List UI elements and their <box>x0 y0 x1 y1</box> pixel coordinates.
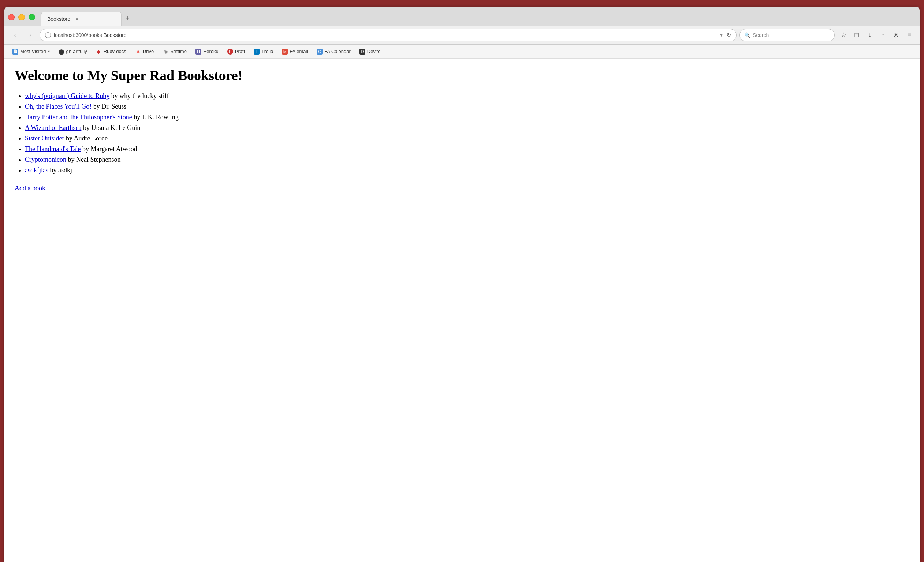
maximize-button[interactable] <box>28 14 35 21</box>
bookmark-label: FA email <box>290 49 308 54</box>
book-title-link[interactable]: Oh, the Places You'll Go! <box>25 103 92 110</box>
nav-bar: ‹ › i localhost:3000/books Bookstore ▼ ↻… <box>4 25 920 45</box>
book-author: by Dr. Seuss <box>92 103 126 110</box>
add-book-link[interactable]: Add a book <box>15 184 45 192</box>
browser-window: Bookstore × + ‹ › i localhost:3000/books… <box>4 7 920 562</box>
minimize-button[interactable] <box>18 14 25 21</box>
fa-email-icon: M <box>282 49 288 54</box>
bookmark-label: Trello <box>261 49 273 54</box>
home-button[interactable]: ⌂ <box>877 29 889 41</box>
address-bar[interactable]: i localhost:3000/books Bookstore ▼ ↻ <box>39 29 736 41</box>
list-item: why's (poignant) Guide to Ruby by why th… <box>25 92 909 100</box>
tab-close-button[interactable]: × <box>74 16 80 22</box>
forward-button[interactable]: › <box>24 29 37 41</box>
pratt-icon: P <box>227 49 233 54</box>
bookmark-label: gh-artfully <box>66 49 87 54</box>
back-button[interactable]: ‹ <box>9 29 21 41</box>
close-button[interactable] <box>8 14 15 21</box>
book-list: why's (poignant) Guide to Ruby by why th… <box>15 92 909 174</box>
search-bar[interactable]: 🔍 Search <box>740 29 835 41</box>
bookmark-fa-calendar[interactable]: C FA Calendar <box>313 47 354 56</box>
book-title-link[interactable]: Harry Potter and the Philosopher's Stone <box>25 114 132 121</box>
forward-icon: › <box>29 32 31 38</box>
book-author: by Neal Stephenson <box>66 156 120 163</box>
search-placeholder: Search <box>753 32 769 38</box>
book-title-link[interactable]: asdkfjlas <box>25 166 48 174</box>
list-item: asdkfjlas by asdkj <box>25 166 909 174</box>
bookmark-ruby-docs[interactable]: ◆ Ruby-docs <box>92 47 130 56</box>
new-tab-button[interactable]: + <box>122 12 133 24</box>
bookmarks-bar: 📄 Most Visited ▾ ⬤ gh-artfully ◆ Ruby-do… <box>4 45 920 58</box>
bookmark-gh-artfully[interactable]: ⬤ gh-artfully <box>55 47 91 56</box>
traffic-lights <box>8 14 35 25</box>
bookmark-label: Drive <box>143 49 154 54</box>
search-icon: 🔍 <box>744 32 750 38</box>
book-author: by why the lucky stiff <box>110 92 169 99</box>
bookmark-label: Most Visited <box>20 49 46 54</box>
page-heading: Welcome to My Super Rad Bookstore! <box>15 67 909 84</box>
book-author: by J. K. Rowling <box>132 114 178 121</box>
strftime-icon: ◉ <box>162 49 168 54</box>
book-author: by Audre Lorde <box>64 135 108 142</box>
refresh-button[interactable]: ↻ <box>726 31 731 38</box>
heroku-icon: H <box>195 49 201 54</box>
list-item: Cryptomonicon by Neal Stephenson <box>25 156 909 163</box>
book-author: by Ursula K. Le Guin <box>81 124 140 131</box>
bookmark-devto[interactable]: D Dev.to <box>356 47 384 56</box>
nav-icons: ☆ ⊟ ↓ ⌂ ⛨ ≡ <box>838 29 915 41</box>
shield-button[interactable]: ⛨ <box>890 29 902 41</box>
star-button[interactable]: ☆ <box>838 29 849 41</box>
bookmark-label: Ruby-docs <box>104 49 126 54</box>
bookmark-manager-button[interactable]: ⊟ <box>851 29 862 41</box>
bookmark-most-visited[interactable]: 📄 Most Visited ▾ <box>9 47 54 56</box>
tab-bar: Bookstore × + <box>41 12 916 25</box>
list-item: Oh, the Places You'll Go! by Dr. Seuss <box>25 103 909 111</box>
book-title-link[interactable]: A Wizard of Earthsea <box>25 124 81 131</box>
bookmark-pratt[interactable]: P Pratt <box>224 47 249 56</box>
ruby-icon: ◆ <box>96 49 102 54</box>
menu-button[interactable]: ≡ <box>903 29 915 41</box>
book-title-link[interactable]: Sister Outsider <box>25 135 64 142</box>
bookmark-fa-email[interactable]: M FA email <box>278 47 312 56</box>
bookmark-label: Heroku <box>203 49 219 54</box>
bookmark-label: FA Calendar <box>324 49 351 54</box>
info-icon: i <box>45 32 51 38</box>
active-tab[interactable]: Bookstore × <box>41 12 122 25</box>
trello-icon: T <box>254 49 260 54</box>
list-item: A Wizard of Earthsea by Ursula K. Le Gui… <box>25 124 909 132</box>
address-text: localhost:3000/books Bookstore <box>54 32 716 38</box>
download-button[interactable]: ↓ <box>864 29 876 41</box>
bookmark-heroku[interactable]: H Heroku <box>192 47 222 56</box>
address-page: Bookstore <box>104 32 127 38</box>
bookmark-label: Pratt <box>235 49 245 54</box>
bookmark-label: Dev.to <box>367 49 381 54</box>
bookmark-label: Strftime <box>170 49 187 54</box>
most-visited-icon: 📄 <box>12 49 18 54</box>
back-icon: ‹ <box>14 32 16 38</box>
book-author: by Margaret Atwood <box>81 145 137 153</box>
list-item: Harry Potter and the Philosopher's Stone… <box>25 114 909 121</box>
tab-title: Bookstore <box>47 16 70 22</box>
list-item: The Handmaid's Tale by Margaret Atwood <box>25 145 909 153</box>
drive-icon: 🔺 <box>135 49 141 54</box>
fa-calendar-icon: C <box>316 49 322 54</box>
address-url: localhost:3000/books <box>54 32 102 38</box>
bookmark-trello[interactable]: T Trello <box>250 47 277 56</box>
gh-icon: ⬤ <box>58 49 64 54</box>
book-title-link[interactable]: Cryptomonicon <box>25 156 66 163</box>
book-title-link[interactable]: The Handmaid's Tale <box>25 145 81 153</box>
address-dropdown-icon[interactable]: ▼ <box>719 33 723 37</box>
bookmark-strftime[interactable]: ◉ Strftime <box>159 47 190 56</box>
book-title-link[interactable]: why's (poignant) Guide to Ruby <box>25 92 110 99</box>
bookmark-arrow-icon: ▾ <box>48 49 50 53</box>
devto-icon: D <box>360 49 365 54</box>
bookmark-drive[interactable]: 🔺 Drive <box>131 47 158 56</box>
book-author: by asdkj <box>48 166 72 174</box>
page-content: Welcome to My Super Rad Bookstore! why's… <box>4 58 920 562</box>
list-item: Sister Outsider by Audre Lorde <box>25 135 909 142</box>
title-bar: Bookstore × + <box>4 7 920 25</box>
